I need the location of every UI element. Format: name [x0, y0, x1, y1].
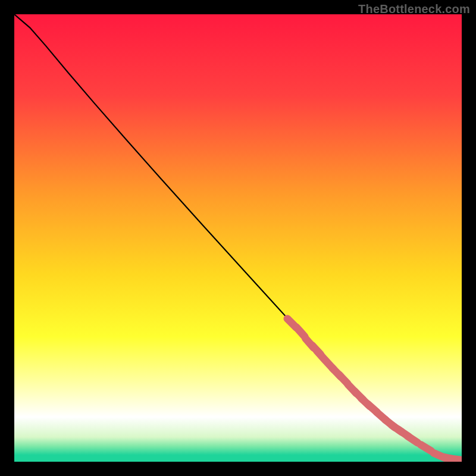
gradient-background	[14, 14, 462, 462]
plot-svg	[14, 14, 462, 462]
chart-stage: TheBottleneck.com	[0, 0, 476, 476]
highlighted-point	[451, 459, 462, 461]
plot-area	[14, 14, 462, 462]
